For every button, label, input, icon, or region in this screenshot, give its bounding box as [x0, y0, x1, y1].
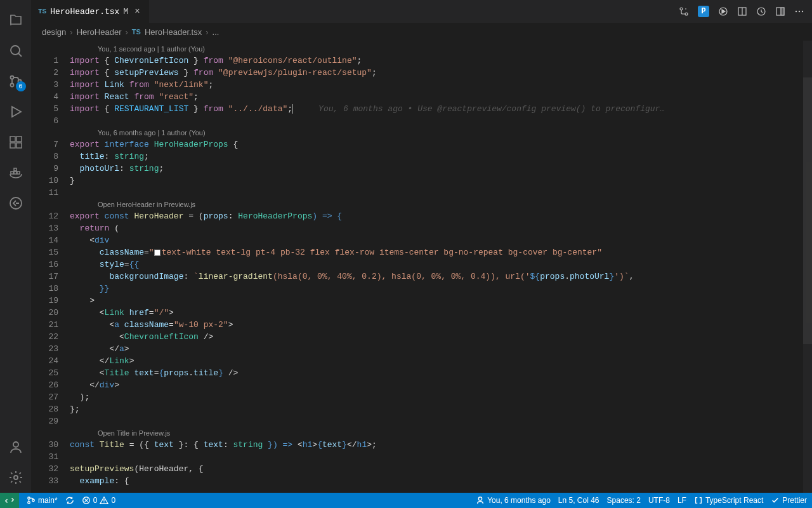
breadcrumb-seg[interactable]: design — [42, 27, 66, 37]
split-editor-icon[interactable] — [775, 6, 785, 17]
problems-status[interactable]: 0 0 — [82, 496, 115, 505]
codelens-previewjs[interactable]: Open HeroHeader in Preview.js — [32, 199, 812, 210]
svg-point-22 — [796, 11, 797, 12]
svg-point-16 — [685, 13, 688, 15]
ts-file-icon: TS — [132, 28, 141, 36]
codelens[interactable]: You, 6 months ago | 1 author (You) — [32, 127, 812, 138]
breadcrumb-seg[interactable]: ... — [213, 27, 219, 37]
svg-point-25 — [28, 497, 30, 500]
language-mode[interactable]: TypeScript React — [694, 496, 763, 505]
settings-gear-icon[interactable] — [1, 462, 31, 493]
remote-button[interactable] — [0, 493, 19, 508]
svg-rect-5 — [16, 137, 22, 142]
blame-status[interactable]: You, 6 months ago — [476, 496, 551, 505]
indentation-status[interactable]: Spaces: 2 — [607, 496, 641, 505]
svg-point-1 — [10, 76, 13, 79]
svg-point-13 — [13, 442, 18, 447]
scm-badge: 6 — [16, 81, 26, 91]
source-control-icon[interactable]: 6 — [1, 66, 31, 97]
svg-rect-10 — [17, 171, 20, 174]
previewjs-icon[interactable]: P — [698, 6, 709, 17]
tab-close-icon[interactable]: × — [132, 6, 142, 17]
svg-point-27 — [32, 499, 35, 502]
svg-rect-9 — [14, 171, 16, 174]
status-bar: main* 0 0 You, 6 months ago Ln 5, Col 46… — [0, 493, 812, 508]
color-swatch-icon — [154, 250, 160, 256]
codelens[interactable]: You, 1 second ago | 1 author (You) — [32, 43, 812, 55]
tab-bar: TS HeroHeader.tsx M × P — [32, 0, 812, 23]
prettier-status[interactable]: Prettier — [771, 496, 807, 505]
chevron-right-icon: › — [125, 27, 128, 37]
svg-rect-6 — [10, 143, 15, 148]
tab-filename: HeroHeader.tsx — [50, 7, 119, 17]
code-editor[interactable]: You, 1 second ago | 1 author (You) 1impo… — [32, 41, 812, 493]
cursor-position[interactable]: Ln 5, Col 46 — [558, 496, 599, 505]
svg-rect-7 — [16, 143, 22, 148]
breadcrumbs[interactable]: design › HeroHeader › TS HeroHeader.tsx … — [32, 23, 812, 41]
tab-heroheader[interactable]: TS HeroHeader.tsx M × — [32, 0, 150, 23]
breadcrumb-seg[interactable]: HeroHeader.tsx — [145, 27, 202, 37]
run-debug-icon[interactable] — [1, 97, 31, 127]
svg-point-24 — [802, 11, 803, 12]
svg-point-29 — [479, 497, 482, 500]
extensions-icon[interactable] — [1, 127, 31, 157]
accounts-icon[interactable] — [1, 432, 31, 462]
more-actions-icon[interactable] — [794, 6, 804, 17]
editor-area: TS HeroHeader.tsx M × P design › HeroHea… — [32, 0, 812, 493]
compare-changes-icon[interactable] — [679, 6, 689, 17]
svg-point-2 — [10, 84, 13, 87]
minimap-thumb[interactable] — [803, 77, 812, 344]
svg-rect-11 — [14, 168, 16, 171]
branch-status[interactable]: main* — [27, 496, 58, 505]
search-icon[interactable] — [1, 36, 31, 66]
sync-button[interactable] — [65, 496, 74, 505]
svg-point-15 — [680, 8, 683, 10]
breadcrumb-seg[interactable]: HeroHeader — [77, 27, 122, 37]
ts-file-icon: TS — [38, 8, 46, 15]
run-icon[interactable] — [718, 6, 728, 17]
eol-status[interactable]: LF — [678, 496, 686, 505]
tab-modified-indicator: M — [123, 7, 128, 17]
svg-rect-4 — [10, 137, 15, 142]
svg-point-26 — [28, 502, 30, 504]
svg-point-0 — [11, 46, 20, 55]
svg-rect-21 — [781, 8, 784, 15]
live-share-icon[interactable] — [1, 188, 31, 218]
svg-point-23 — [799, 11, 800, 12]
chevron-right-icon: › — [206, 27, 208, 37]
explorer-icon[interactable] — [1, 5, 31, 36]
docker-icon[interactable] — [1, 157, 31, 188]
toggle-aux-icon[interactable] — [756, 6, 766, 17]
svg-point-14 — [14, 476, 18, 479]
svg-rect-8 — [11, 171, 13, 174]
encoding-status[interactable]: UTF-8 — [648, 496, 670, 505]
activity-bar: 6 — [0, 0, 32, 493]
text-cursor — [292, 104, 293, 114]
split-right-icon[interactable] — [737, 6, 747, 17]
codelens-previewjs[interactable]: Open Title in Preview.js — [32, 427, 812, 439]
chevron-right-icon: › — [70, 27, 72, 37]
inline-blame: You, 6 months ago • Use @reactpreview/co… — [318, 104, 665, 114]
minimap[interactable] — [803, 41, 812, 493]
